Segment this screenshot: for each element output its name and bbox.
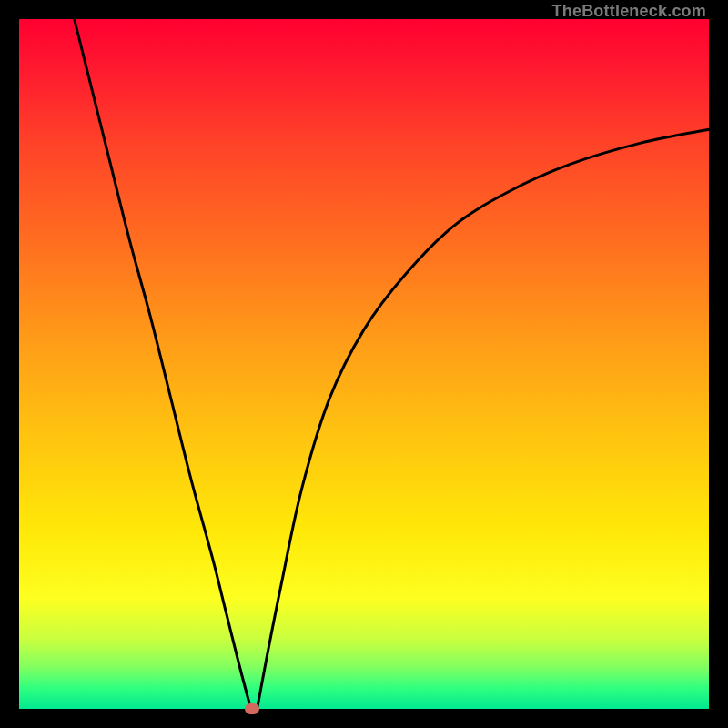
curve-left-branch [75,19,251,709]
attribution-label: TheBottleneck.com [552,2,706,21]
bottleneck-curve [19,19,709,709]
optimal-point-marker [245,703,259,714]
chart-frame [19,19,709,709]
curve-right-branch [258,129,710,709]
